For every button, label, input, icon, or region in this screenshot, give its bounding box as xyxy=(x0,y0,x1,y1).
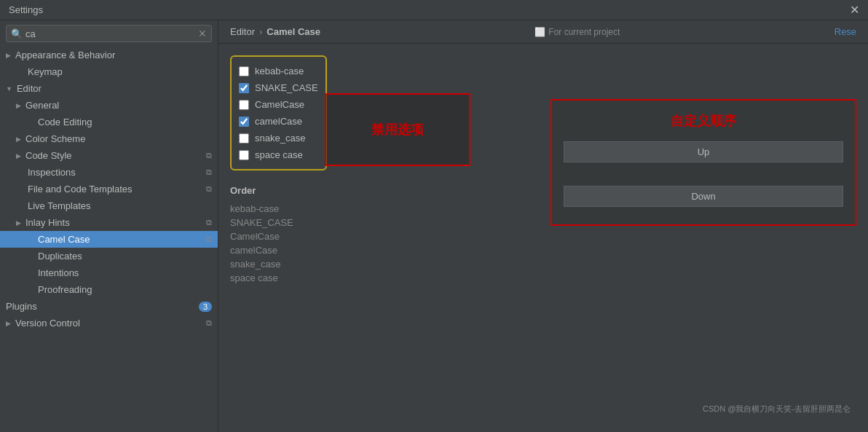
checkbox-SNAKE_CASE[interactable] xyxy=(239,83,249,93)
up-button[interactable]: Up xyxy=(564,141,843,162)
sidebar-item-plugins[interactable]: Plugins3 xyxy=(0,298,218,315)
breadcrumb-parent: Editor xyxy=(230,26,255,37)
order-list-item: camelCase xyxy=(230,243,327,257)
sidebar-item-code-editing[interactable]: Code Editing xyxy=(0,114,218,130)
checkbox-item-camelCase[interactable]: camelCase xyxy=(239,113,318,130)
sidebar-item-intentions[interactable]: Intentions xyxy=(0,264,218,281)
content-area: Editor › Camel Case ⬜ For current projec… xyxy=(218,20,868,432)
checkbox-camelCase[interactable] xyxy=(239,117,249,127)
copy-icon: ⧉ xyxy=(206,218,212,227)
sidebar-item-label: Plugins xyxy=(6,301,37,312)
chevron-icon: ▶ xyxy=(16,219,21,227)
sidebar-item-live-templates[interactable]: Live Templates xyxy=(0,197,218,214)
breadcrumb-separator: › xyxy=(259,26,262,37)
sidebar-item-camel-case[interactable]: Camel Case⧉ xyxy=(0,231,218,248)
checkbox-item-kebab-case[interactable]: kebab-case xyxy=(239,63,318,79)
order-list-item: snake_case xyxy=(230,257,327,271)
checkbox-kebab-case[interactable] xyxy=(239,66,249,76)
sidebar-items-container: ▶Appearance & BehaviorKeymap▼Editor▶Gene… xyxy=(0,47,218,331)
checkbox-label-space-case: space case xyxy=(255,149,303,160)
sidebar-item-duplicates[interactable]: Duplicates xyxy=(0,248,218,264)
sidebar-item-label: Editor xyxy=(17,83,42,94)
checkbox-label-snake_case: snake_case xyxy=(255,133,305,144)
sidebar-item-proofreading[interactable]: Proofreading xyxy=(0,281,218,298)
close-button[interactable]: ✕ xyxy=(850,3,859,17)
breadcrumb-current: Camel Case xyxy=(267,26,320,37)
chevron-icon: ▶ xyxy=(16,102,21,109)
search-icon: 🔍 xyxy=(11,28,23,39)
sidebar-item-label: Live Templates xyxy=(28,200,90,211)
sidebar-item-label: Inspections xyxy=(28,167,76,178)
reset-button[interactable]: Rese xyxy=(835,26,856,37)
order-list-item: CamelCase xyxy=(230,229,327,243)
search-box: 🔍 ✕ xyxy=(6,25,212,42)
checkbox-label-SNAKE_CASE: SNAKE_CASE xyxy=(255,82,318,93)
custom-order-box: 自定义顺序 Up Down xyxy=(551,99,856,226)
copy-icon: ⧉ xyxy=(206,318,212,328)
sidebar-item-label: Intentions xyxy=(38,267,79,278)
order-list-item: SNAKE_CASE xyxy=(230,216,327,229)
sidebar-item-keymap[interactable]: Keymap xyxy=(0,63,218,80)
right-panel: 自定义顺序 Up Down CSDN @我自横刀向天笑-去留肝胆两昆仑 xyxy=(342,55,856,420)
order-list-item: kebab-case xyxy=(230,202,327,216)
sidebar-item-editor[interactable]: ▼Editor xyxy=(0,80,218,97)
sidebar-item-code-style[interactable]: ▶Code Style⧉ xyxy=(0,147,218,164)
order-title: Order xyxy=(230,185,327,196)
sidebar-item-appearance-behavior[interactable]: ▶Appearance & Behavior xyxy=(0,47,218,63)
chevron-icon: ▼ xyxy=(6,85,12,93)
content-header: Editor › Camel Case ⬜ For current projec… xyxy=(218,20,868,44)
left-panel: kebab-caseSNAKE_CASECamelCasecamelCasesn… xyxy=(230,55,327,420)
checkbox-item-space-case[interactable]: space case xyxy=(239,146,318,163)
sidebar-item-label: Code Style xyxy=(25,150,72,161)
checkbox-space-case[interactable] xyxy=(239,150,249,160)
chevron-icon: ▶ xyxy=(16,152,21,160)
sidebar-item-general[interactable]: ▶General xyxy=(0,97,218,114)
sidebar-item-label: Version Control xyxy=(15,318,80,329)
sidebar-item-file-code-templates[interactable]: File and Code Templates⧉ xyxy=(0,181,218,197)
copy-icon: ⧉ xyxy=(206,151,212,160)
for-project[interactable]: ⬜ For current project xyxy=(534,27,620,37)
search-input[interactable] xyxy=(25,28,198,39)
for-project-icon: ⬜ xyxy=(534,27,545,37)
checkboxes-group: kebab-caseSNAKE_CASECamelCasecamelCasesn… xyxy=(230,55,327,170)
settings-window: Settings ✕ 🔍 ✕ ▶Appearance & BehaviorKey… xyxy=(0,0,868,432)
order-list-item: space case xyxy=(230,271,327,285)
copy-icon: ⧉ xyxy=(206,235,212,244)
breadcrumb: Editor › Camel Case xyxy=(230,26,320,37)
copy-icon: ⧉ xyxy=(206,184,212,194)
chevron-icon: ▶ xyxy=(6,52,11,59)
sidebar-item-label: Color Scheme xyxy=(25,133,85,144)
sidebar-item-label: Code Editing xyxy=(38,117,92,127)
sidebar-item-label: Keymap xyxy=(28,66,63,77)
sidebar-item-color-scheme[interactable]: ▶Color Scheme xyxy=(0,130,218,147)
checkbox-label-CamelCase: CamelCase xyxy=(255,99,304,110)
down-button[interactable]: Down xyxy=(564,186,843,207)
sidebar-item-label: General xyxy=(25,100,59,111)
checkbox-CamelCase[interactable] xyxy=(239,100,249,110)
for-project-label: For current project xyxy=(548,27,620,37)
badge: 3 xyxy=(199,302,212,312)
checkbox-label-kebab-case: kebab-case xyxy=(255,66,304,76)
sidebar-item-label: Inlay Hints xyxy=(25,217,70,228)
sidebar-item-inspections[interactable]: Inspections⧉ xyxy=(0,164,218,181)
checkbox-item-CamelCase[interactable]: CamelCase xyxy=(239,96,318,113)
sidebar-item-version-control[interactable]: ▶Version Control⧉ xyxy=(0,315,218,331)
copy-icon: ⧉ xyxy=(206,168,212,177)
chevron-icon: ▶ xyxy=(16,136,21,143)
title-bar: Settings ✕ xyxy=(0,0,868,20)
watermark: CSDN @我自横刀向天笑-去留肝胆两昆仑 xyxy=(703,404,851,415)
sidebar-item-inlay-hints[interactable]: ▶Inlay Hints⧉ xyxy=(0,214,218,231)
checkbox-items-container: kebab-caseSNAKE_CASECamelCasecamelCasesn… xyxy=(239,63,318,163)
chevron-icon: ▶ xyxy=(6,320,11,327)
search-clear-button[interactable]: ✕ xyxy=(198,28,207,39)
checkbox-item-snake_case[interactable]: snake_case xyxy=(239,130,318,146)
order-list: kebab-caseSNAKE_CASECamelCasecamelCasesn… xyxy=(230,202,327,285)
sidebar-item-label: Proofreading xyxy=(38,284,92,295)
custom-order-label: 自定义顺序 xyxy=(564,112,843,130)
sidebar: 🔍 ✕ ▶Appearance & BehaviorKeymap▼Editor▶… xyxy=(0,20,218,432)
main-layout: 🔍 ✕ ▶Appearance & BehaviorKeymap▼Editor▶… xyxy=(0,20,868,432)
sidebar-item-label: Appearance & Behavior xyxy=(15,50,115,60)
checkboxes-wrapper: kebab-caseSNAKE_CASECamelCasecamelCasesn… xyxy=(230,55,327,170)
checkbox-item-SNAKE_CASE[interactable]: SNAKE_CASE xyxy=(239,79,318,96)
checkbox-snake_case[interactable] xyxy=(239,133,249,144)
